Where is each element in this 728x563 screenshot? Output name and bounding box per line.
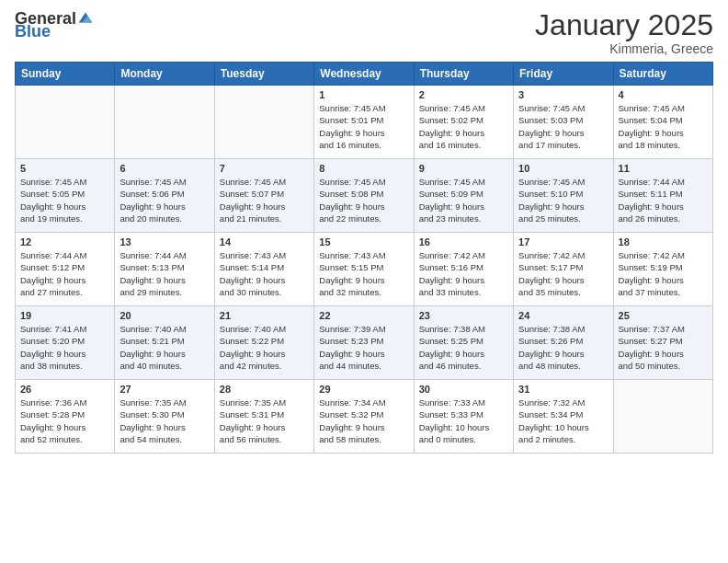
day-content-line: Sunset: 5:33 PM [419, 408, 508, 420]
day-number: 9 [419, 163, 508, 174]
day-content-line: and 26 minutes. [619, 213, 708, 224]
day-content-line: Daylight: 9 hours [119, 348, 209, 360]
day-content-line: Sunrise: 7:45 AM [319, 176, 408, 188]
table-row: 27Sunrise: 7:35 AMSunset: 5:30 PMDayligh… [115, 380, 214, 454]
day-content-line: and 42 minutes. [220, 360, 309, 372]
day-content-line: Sunset: 5:15 PM [319, 261, 408, 273]
table-row: 15Sunrise: 7:43 AMSunset: 5:15 PMDayligh… [314, 233, 414, 306]
day-content-line: Sunrise: 7:44 AM [619, 176, 708, 188]
day-content-line: and 25 minutes. [518, 213, 608, 224]
day-number: 4 [619, 89, 708, 100]
day-content-line: Sunset: 5:12 PM [20, 261, 109, 273]
day-content-line: and 50 minutes. [619, 360, 708, 372]
day-content-line: Sunrise: 7:45 AM [518, 102, 608, 114]
day-content-line: Daylight: 10 hours [419, 421, 508, 433]
day-number: 20 [119, 310, 209, 321]
day-number: 17 [518, 236, 608, 247]
day-content-line: Daylight: 9 hours [20, 274, 109, 286]
table-row: 4Sunrise: 7:45 AMSunset: 5:04 PMDaylight… [613, 86, 712, 159]
day-content-line: Daylight: 9 hours [319, 421, 408, 433]
day-content-line: and 18 minutes. [619, 139, 708, 151]
day-content-line: and 2 minutes. [518, 433, 608, 445]
day-content-line: Sunrise: 7:44 AM [119, 249, 209, 261]
day-content-line: Sunrise: 7:37 AM [619, 323, 708, 335]
day-content-line: Daylight: 9 hours [20, 421, 109, 433]
weekday-header-row: Sunday Monday Tuesday Wednesday Thursday… [16, 63, 713, 86]
table-row: 1Sunrise: 7:45 AMSunset: 5:01 PMDaylight… [314, 86, 414, 159]
day-number: 13 [119, 236, 209, 247]
header-saturday: Saturday [613, 63, 712, 86]
day-number: 2 [419, 89, 508, 100]
day-content-line: Sunrise: 7:45 AM [419, 176, 508, 188]
table-row: 13Sunrise: 7:44 AMSunset: 5:13 PMDayligh… [115, 233, 214, 306]
day-content-line: Sunrise: 7:41 AM [20, 323, 109, 335]
day-content-line: Sunset: 5:11 PM [619, 188, 708, 200]
day-content-line: and 23 minutes. [419, 213, 508, 224]
day-content-line: Sunrise: 7:40 AM [220, 323, 309, 335]
day-content-line: Sunset: 5:31 PM [220, 408, 309, 420]
day-content-line: Sunset: 5:07 PM [220, 188, 309, 200]
day-content-line: Sunrise: 7:45 AM [119, 176, 209, 188]
day-number: 19 [20, 310, 109, 321]
day-content-line: and 21 minutes. [220, 213, 309, 224]
day-content-line: Sunset: 5:21 PM [119, 335, 209, 347]
day-content-line: Daylight: 9 hours [419, 348, 508, 360]
day-content-line: Sunrise: 7:33 AM [419, 396, 508, 408]
day-content-line: Sunset: 5:20 PM [20, 335, 109, 347]
title-block: January 2025 Kimmeria, Greece [535, 9, 713, 56]
day-content-line: Daylight: 9 hours [20, 348, 109, 360]
day-number: 24 [518, 310, 608, 321]
day-content-line: Daylight: 10 hours [518, 421, 608, 433]
header-wednesday: Wednesday [314, 63, 414, 86]
day-content-line: Sunset: 5:08 PM [319, 188, 408, 200]
day-content-line: Daylight: 9 hours [619, 127, 708, 139]
day-content-line: and 17 minutes. [518, 139, 608, 151]
header-sunday: Sunday [16, 63, 115, 86]
table-row: 11Sunrise: 7:44 AMSunset: 5:11 PMDayligh… [613, 159, 712, 233]
day-content-line: Daylight: 9 hours [220, 201, 309, 213]
calendar-week-row: 5Sunrise: 7:45 AMSunset: 5:05 PMDaylight… [16, 159, 713, 233]
day-content-line: Sunrise: 7:35 AM [119, 396, 209, 408]
day-number: 26 [20, 384, 109, 395]
day-content-line: Daylight: 9 hours [619, 201, 708, 213]
day-content-line: and 32 minutes. [319, 286, 408, 298]
table-row: 31Sunrise: 7:32 AMSunset: 5:34 PMDayligh… [514, 380, 613, 454]
day-content-line: Daylight: 9 hours [419, 201, 508, 213]
day-content-line: and 16 minutes. [419, 139, 508, 151]
day-content-line: Sunrise: 7:45 AM [20, 176, 109, 188]
day-content-line: Sunrise: 7:36 AM [20, 396, 109, 408]
day-content-line: Daylight: 9 hours [220, 348, 309, 360]
day-content-line: and 27 minutes. [20, 286, 109, 298]
table-row [214, 86, 313, 159]
day-content-line: Sunrise: 7:44 AM [20, 249, 109, 261]
day-content-line: Sunset: 5:13 PM [119, 261, 209, 273]
day-number: 1 [319, 89, 408, 100]
header: General Blue January 2025 Kimmeria, Gree… [15, 9, 713, 56]
day-content-line: and 58 minutes. [319, 433, 408, 445]
header-tuesday: Tuesday [214, 63, 313, 86]
day-content-line: Daylight: 9 hours [20, 201, 109, 213]
day-content-line: Sunset: 5:03 PM [518, 114, 608, 126]
month-title: January 2025 [535, 9, 713, 41]
day-content-line: and 48 minutes. [518, 360, 608, 372]
day-content-line: Daylight: 9 hours [319, 348, 408, 360]
day-number: 10 [518, 163, 608, 174]
table-row: 17Sunrise: 7:42 AMSunset: 5:17 PMDayligh… [514, 233, 613, 306]
day-content-line: and 37 minutes. [619, 286, 708, 298]
day-content-line: Sunset: 5:34 PM [518, 408, 608, 420]
day-content-line: Sunset: 5:01 PM [319, 114, 408, 126]
header-friday: Friday [514, 63, 613, 86]
calendar-week-row: 12Sunrise: 7:44 AMSunset: 5:12 PMDayligh… [16, 233, 713, 306]
header-monday: Monday [115, 63, 214, 86]
day-number: 7 [220, 163, 309, 174]
day-content-line: Sunrise: 7:34 AM [319, 396, 408, 408]
table-row: 3Sunrise: 7:45 AMSunset: 5:03 PMDaylight… [514, 86, 613, 159]
table-row [613, 380, 712, 454]
calendar-week-row: 19Sunrise: 7:41 AMSunset: 5:20 PMDayligh… [16, 306, 713, 380]
calendar-week-row: 1Sunrise: 7:45 AMSunset: 5:01 PMDaylight… [16, 86, 713, 159]
day-content-line: Sunrise: 7:42 AM [518, 249, 608, 261]
calendar: Sunday Monday Tuesday Wednesday Thursday… [15, 62, 713, 454]
day-content-line: and 38 minutes. [20, 360, 109, 372]
day-number: 15 [319, 236, 408, 247]
table-row: 24Sunrise: 7:38 AMSunset: 5:26 PMDayligh… [514, 306, 613, 380]
